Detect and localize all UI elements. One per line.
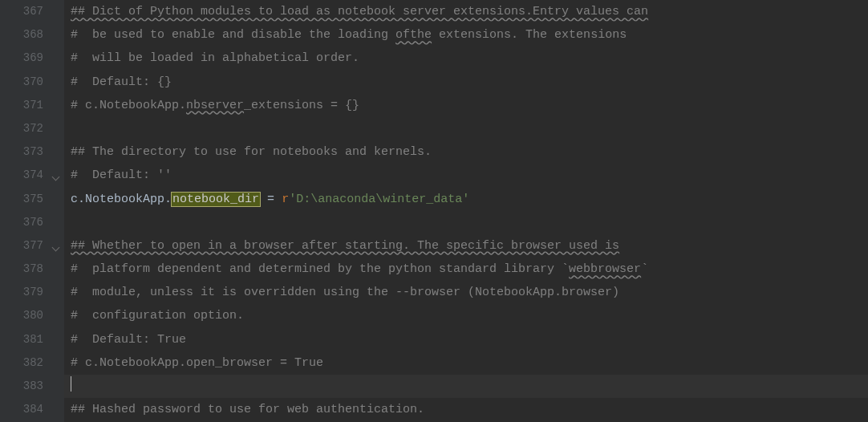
line-number: 368 — [11, 23, 43, 47]
code-token: webbrowser — [569, 262, 641, 276]
code-token: nbserver — [186, 99, 244, 112]
code-token: # configuration option. — [71, 309, 244, 323]
line-number: 382 — [11, 351, 43, 375]
code-line[interactable]: ## The directory to use for notebooks an… — [71, 140, 868, 164]
code-token: ## Whether to open in a browser after st… — [71, 239, 619, 253]
line-number: 367 — [11, 0, 43, 23]
code-line[interactable]: # c.NotebookApp.open_browser = True — [71, 351, 868, 375]
code-token: ` — [641, 262, 648, 276]
code-editor[interactable]: 3673683693703713723733743753763773783793… — [0, 0, 868, 422]
code-line[interactable] — [71, 211, 868, 234]
code-token: 'D:\anaconda\winter_data' — [289, 193, 469, 206]
line-number: 383 — [11, 375, 43, 398]
text-caret — [71, 376, 71, 392]
fold-column[interactable] — [50, 0, 64, 422]
code-area[interactable]: ## Dict of Python modules to load as not… — [64, 0, 868, 422]
code-token: # Default: True — [71, 333, 186, 347]
code-line[interactable]: # Default: True — [71, 328, 868, 351]
code-token: NotebookApp — [85, 193, 164, 206]
line-number: 369 — [11, 47, 43, 70]
code-token: c — [71, 193, 78, 206]
code-line[interactable]: # will be loaded in alphabetical order. — [71, 47, 868, 70]
code-token: . — [164, 193, 172, 206]
code-line[interactable]: # Default: {} — [71, 71, 868, 94]
code-token: # platform dependent and determined by t… — [71, 262, 569, 276]
line-number: 376 — [11, 211, 43, 234]
line-number: 372 — [11, 117, 43, 140]
line-number: 375 — [11, 188, 43, 211]
line-number: 371 — [11, 94, 43, 117]
line-number: 373 — [11, 140, 43, 164]
code-token: extensions. The extensions — [432, 28, 627, 42]
code-token: # c.NotebookApp.open_browser = True — [71, 356, 323, 370]
line-number: 379 — [11, 281, 43, 304]
code-line[interactable]: # configuration option. — [71, 304, 868, 327]
code-token: # Default: '' — [71, 168, 172, 182]
code-token: ofthe — [395, 28, 432, 42]
code-token: . — [78, 193, 85, 206]
code-token: ## The directory to use for notebooks an… — [71, 145, 432, 159]
code-token: notebook_dir — [172, 193, 260, 206]
code-token: ## Dict of Python modules to load as not… — [71, 5, 533, 18]
line-number: 374 — [11, 164, 43, 187]
code-line[interactable]: c.NotebookApp.notebook_dir = r'D:\anacon… — [71, 188, 868, 211]
code-line[interactable] — [71, 117, 868, 140]
code-token: # module, unless it is overridden using … — [71, 286, 619, 299]
code-line[interactable]: ## Dict of Python modules to load as not… — [71, 0, 868, 23]
code-line[interactable]: # Default: '' — [71, 164, 868, 187]
code-line[interactable]: ## Whether to open in a browser after st… — [71, 234, 868, 258]
line-number: 378 — [11, 258, 43, 281]
code-token: # c.NotebookApp. — [71, 99, 186, 112]
code-token: # will be loaded in alphabetical order. — [71, 51, 359, 65]
line-number: 381 — [11, 328, 43, 351]
code-token: Entry values can — [533, 5, 648, 18]
line-number-gutter: 3673683693703713723733743753763773783793… — [0, 0, 50, 422]
code-token: # Default: {} — [71, 75, 172, 89]
code-line[interactable]: # platform dependent and determined by t… — [71, 258, 868, 281]
code-line[interactable] — [71, 375, 868, 398]
code-line[interactable]: # be used to enable and disable the load… — [71, 23, 868, 47]
code-line[interactable]: ## Hashed password to use for web authen… — [71, 398, 868, 421]
line-number: 377 — [11, 234, 43, 258]
code-token: = — [260, 193, 282, 206]
line-number: 380 — [11, 304, 43, 327]
code-token: # be used to enable and disable the load… — [71, 28, 395, 42]
code-token: r — [282, 193, 289, 206]
code-token: _extensions = {} — [244, 99, 359, 112]
code-line[interactable]: # c.NotebookApp.nbserver_extensions = {} — [71, 94, 868, 117]
code-token: ## Hashed password to use for web authen… — [71, 403, 424, 416]
line-number: 370 — [11, 71, 43, 94]
line-number: 384 — [11, 398, 43, 421]
code-line[interactable]: # module, unless it is overridden using … — [71, 281, 868, 304]
